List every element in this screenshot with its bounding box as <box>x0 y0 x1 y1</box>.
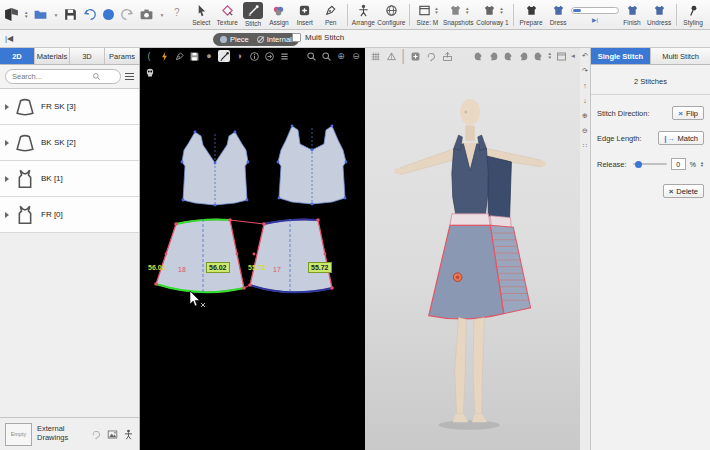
piece-internal-toggle[interactable]: Piece Internal <box>213 33 299 46</box>
release-value-input[interactable]: 0 <box>671 158 686 170</box>
save-icon[interactable] <box>63 7 78 22</box>
tab-2d[interactable]: 2D <box>0 48 35 64</box>
release-spinner[interactable]: ▲▼ <box>700 161 704 168</box>
add-box-icon[interactable] <box>409 50 421 62</box>
tool-arrange[interactable]: Arrange <box>350 3 376 26</box>
undo-curve-icon[interactable]: ↶ <box>582 52 588 60</box>
tool-undress[interactable]: Undress <box>645 3 673 26</box>
tab-multi-stitch[interactable]: Multi Stitch <box>651 48 710 64</box>
list-item-fr[interactable]: FR [0] <box>0 197 139 233</box>
avatar-head-icon[interactable] <box>503 50 515 62</box>
disclosure-triangle-icon[interactable] <box>5 140 9 146</box>
layer-list-icon[interactable] <box>278 50 290 62</box>
tab-single-stitch[interactable]: Single Stitch <box>591 48 651 64</box>
collapse-panel-icon[interactable]: |◀ <box>5 34 13 43</box>
toggle-option-piece[interactable]: Piece <box>220 35 249 44</box>
zoom-out-icon[interactable]: ⊖ <box>350 50 362 62</box>
list-options-icon[interactable] <box>125 73 134 81</box>
tab-params[interactable]: Params <box>105 48 139 64</box>
avatar-head-icon[interactable] <box>518 50 530 62</box>
release-slider-knob[interactable] <box>635 161 642 168</box>
edit-pen-icon[interactable] <box>173 50 185 62</box>
tab-3d[interactable]: 3D <box>70 48 105 64</box>
toggle-option-internal[interactable]: Internal <box>257 35 292 44</box>
tool-insert[interactable]: Insert <box>292 3 318 26</box>
flip-button[interactable]: × Flip <box>672 106 704 120</box>
help-icon[interactable]: ? <box>169 7 184 22</box>
fit-view-icon[interactable]: ∷ <box>583 142 587 150</box>
open-file-chevron-icon[interactable]: ▼ <box>53 12 58 18</box>
tool-assign[interactable]: Assign <box>266 3 292 26</box>
delete-button[interactable]: × Delete <box>663 184 704 198</box>
pattern-2d-canvas[interactable]: ( ● ◑ ⊕ ⊖ <box>140 48 365 450</box>
edge-length-box-left[interactable]: 56.02 <box>206 262 230 273</box>
tool-pen[interactable]: Pen <box>318 3 344 26</box>
zoom-out-icon[interactable]: ⊖ <box>582 127 588 135</box>
tool-texture[interactable]: Texture <box>214 3 240 26</box>
avatar-figure-icon[interactable] <box>123 429 134 440</box>
match-button[interactable]: |→ Match <box>658 131 704 145</box>
disclosure-triangle-icon[interactable] <box>5 212 9 218</box>
search-box[interactable] <box>5 69 121 84</box>
search-input[interactable] <box>12 72 92 81</box>
edge-length-box-right[interactable]: 55.72 <box>308 262 332 273</box>
tool-finish[interactable]: Finish <box>619 3 645 26</box>
move-down-icon[interactable]: ↓ <box>583 97 587 105</box>
simulation-progress-slider[interactable] <box>571 7 619 14</box>
redo-curve-icon[interactable]: ↷ <box>582 67 588 75</box>
multi-stitch-checkbox-row[interactable]: Multi Stitch <box>292 33 344 42</box>
list-item-bk-sk[interactable]: BK SK [2] <box>0 125 139 161</box>
rotate-view-icon[interactable] <box>425 50 437 62</box>
open-file-icon[interactable] <box>33 7 48 22</box>
bracket-icon[interactable]: ( <box>143 50 155 62</box>
zoom-in-icon[interactable]: ⊕ <box>582 112 588 120</box>
move-up-icon[interactable]: ↑ <box>583 82 587 90</box>
disclosure-triangle-icon[interactable] <box>5 104 9 110</box>
avatar-3d-viewport[interactable]: | ▲▼ ◄ <box>365 48 580 450</box>
snapshots-spinner[interactable]: ▲▼ <box>465 7 469 15</box>
zoom-fit-icon[interactable] <box>305 50 317 62</box>
grid-icon[interactable] <box>369 50 381 62</box>
redo-icon[interactable] <box>119 7 134 22</box>
multi-stitch-checkbox[interactable] <box>292 33 301 42</box>
tool-styling[interactable]: Styling <box>680 3 706 26</box>
info-icon[interactable] <box>248 50 260 62</box>
avatar-head-icon[interactable] <box>533 50 545 62</box>
tool-dress[interactable]: Dress <box>545 3 571 26</box>
tool-colorway[interactable]: ▲▼ Colorway 1 <box>475 3 510 26</box>
snapshot-camera-icon[interactable] <box>139 7 154 22</box>
release-slider[interactable] <box>633 163 667 165</box>
tool-size[interactable]: ▲▼ Size: M <box>413 3 441 26</box>
avatar-head-icon[interactable] <box>488 50 500 62</box>
camera-chevron-icon[interactable]: ▼ <box>159 12 164 18</box>
refresh-icon[interactable] <box>91 429 102 440</box>
avatar-head-icon[interactable] <box>473 50 485 62</box>
app-logo[interactable] <box>4 7 19 22</box>
dark-circle-icon[interactable]: ● <box>203 50 215 62</box>
pattern-save-icon[interactable] <box>188 50 200 62</box>
zoom-in-icon[interactable]: ⊕ <box>335 50 347 62</box>
colorway-spinner[interactable]: ▲▼ <box>499 7 503 15</box>
zoom-area-icon[interactable] <box>320 50 332 62</box>
avatar-view-spinner[interactable]: ▲▼ <box>548 52 552 60</box>
app-switcher-spinner[interactable]: ▲▼ <box>24 11 28 19</box>
list-item-bk[interactable]: BK [1] <box>0 161 139 197</box>
export-up-icon[interactable] <box>441 50 453 62</box>
half-circle-icon[interactable]: ◑ <box>233 50 245 62</box>
list-item-fr-sk[interactable]: FR SK [3] <box>0 89 139 125</box>
size-spinner[interactable]: ▲▼ <box>434 7 438 15</box>
tab-materials[interactable]: Materials <box>35 48 70 64</box>
highlight-bolt-icon[interactable] <box>158 50 170 62</box>
tool-stitch[interactable]: Stitch <box>240 2 266 27</box>
stitch-mode-icon[interactable] <box>218 50 230 62</box>
panel-arrow-icon[interactable]: ◄ <box>570 53 576 59</box>
external-drawing-thumbnail[interactable]: Empty <box>5 423 32 446</box>
image-icon[interactable] <box>107 429 118 440</box>
prism-icon[interactable] <box>385 50 397 62</box>
play-step-label[interactable]: ▶| <box>592 16 598 23</box>
tool-snapshots[interactable]: ▲▼ Snapshots <box>442 3 475 26</box>
disclosure-triangle-icon[interactable] <box>5 176 9 182</box>
window-layout-icon[interactable] <box>555 50 567 62</box>
arrow-circle-icon[interactable] <box>263 50 275 62</box>
tool-configure[interactable]: Configure <box>376 3 406 26</box>
